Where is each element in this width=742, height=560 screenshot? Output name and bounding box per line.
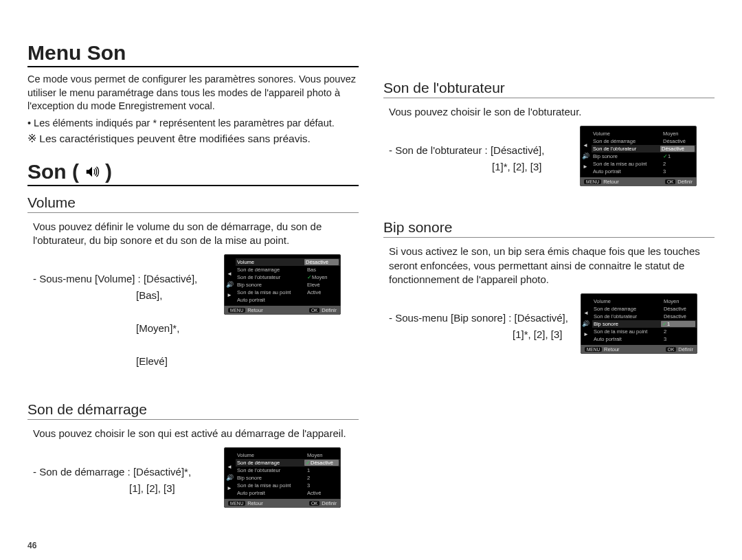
- options-obturateur: - Son de l'obturateur : [Désactivé], [1]…: [389, 126, 567, 192]
- lcd-val: Elevé: [305, 282, 339, 288]
- lcd-row-auto: Auto portrait: [593, 168, 661, 175]
- lcd-retour-label: Retour: [604, 346, 620, 352]
- lcd-val: Moyen: [662, 298, 695, 304]
- desc-volume: Vous pouvez définir le volume du son de …: [33, 220, 359, 248]
- lcd-row-volume: Volume: [237, 259, 304, 265]
- lcd-val: 2: [305, 475, 339, 481]
- lcd-row-demarrage: Son de démarrage: [237, 460, 304, 466]
- lcd-row-bip: Bip sonore: [237, 475, 305, 481]
- lcd-row-bip: Bip sonore: [237, 282, 305, 288]
- lcd-val: Bas: [305, 267, 339, 273]
- lcd-definir-label: Définir: [322, 307, 337, 313]
- bip-rule: [383, 237, 715, 238]
- opt-bip-2: [1]*, [2], [3]: [389, 326, 568, 343]
- lcd-ok-key: OK: [309, 501, 319, 506]
- options-volume: - Sous-menu [Volume] : [Désactivé], [Bas…: [33, 254, 212, 386]
- page-title-son: Son (: [27, 160, 79, 183]
- lcd-val: Désactivé: [660, 146, 695, 152]
- lcd-row-volume: Volume: [593, 131, 661, 137]
- lcd-nav-left-icon: ◄: [583, 142, 588, 148]
- intro-paragraph: Ce mode vous permet de configurer les pa…: [27, 73, 359, 113]
- lcd-menu-key: MENU: [584, 179, 601, 184]
- lcd-val: 3: [661, 168, 695, 175]
- lcd-row-demarrage: Son de démarrage: [593, 138, 661, 144]
- lcd-menu-key: MENU: [585, 347, 602, 352]
- lcd-definir-label: Définir: [322, 500, 337, 506]
- lcd-row-volume: Volume: [594, 298, 662, 304]
- lcd-row-auto: Auto portrait: [237, 490, 305, 496]
- lcd-val: Moyen: [305, 274, 339, 280]
- lcd-definir-label: Définir: [678, 346, 693, 352]
- desc-obturateur: Vous pouvez choisir le son de l'obturate…: [389, 105, 715, 119]
- son-rule: [27, 185, 359, 186]
- lcd-ok-key: OK: [665, 179, 675, 184]
- options-bip: - Sous-menu [Bip sonore] : [Désactivé], …: [389, 293, 568, 359]
- lcd-nav-left-icon: ◄: [227, 271, 232, 277]
- lcd-nav-left-icon: ◄: [583, 310, 589, 316]
- lcd-row-obturateur: Son de l'obturateur: [237, 467, 305, 473]
- lcd-val: 1: [305, 467, 339, 473]
- note-specs-change: ※ Les caractéristiques peuvent être modi…: [27, 133, 359, 145]
- lcd-retour-label: Retour: [603, 179, 619, 185]
- heading-bip: Bip sonore: [383, 219, 715, 236]
- opt-obturateur-1: - Son de l'obturateur : [Désactivé],: [389, 144, 544, 156]
- lcd-nav-right-icon: ►: [227, 485, 232, 491]
- lcd-val: Désactivé: [304, 259, 339, 265]
- page-title-menu-son: Menu Son: [27, 41, 359, 65]
- lcd-screenshot-obturateur: ◄ 🔊 ► VolumeMoyen Son de démarrageDésact…: [580, 126, 697, 186]
- lcd-val: Moyen: [305, 452, 339, 458]
- lcd-val: Désactivé: [304, 460, 339, 466]
- opt-obturateur-2: [1]*, [2], [3]: [389, 159, 567, 175]
- lcd-row-map: Son de la mise au point: [593, 161, 661, 167]
- lcd-retour-label: Retour: [247, 500, 263, 506]
- opt-volume-4: [Elevé]: [33, 353, 212, 370]
- lcd-nav-right-icon: ►: [583, 164, 588, 170]
- lcd-val: 3: [305, 482, 339, 489]
- lcd-speaker-icon: 🔊: [582, 320, 589, 327]
- lcd-val: 1: [661, 153, 695, 159]
- lcd-val: 3: [662, 336, 695, 342]
- lcd-nav-right-icon: ►: [227, 292, 232, 298]
- lcd-row-obturateur: Son de l'obturateur: [594, 313, 662, 320]
- opt-demarrage-1: - Son de démarrage : [Désactivé]*,: [33, 466, 191, 478]
- lcd-row-bip: Bip sonore: [593, 153, 661, 159]
- lcd-row-auto: Auto portrait: [237, 297, 305, 303]
- lcd-screenshot-demarrage: ◄ 🔊 ► VolumeMoyen Son de démarrageDésact…: [224, 447, 341, 508]
- lcd-row-volume: Volume: [237, 452, 305, 458]
- title-rule: [27, 66, 359, 67]
- lcd-val: Désactivé: [662, 306, 695, 312]
- lcd-row-map: Son de la mise au point: [594, 328, 662, 335]
- heading-demarrage: Son de démarrage: [27, 401, 359, 418]
- lcd-val: 1: [661, 321, 695, 327]
- opt-bip-1: - Sous-menu [Bip sonore] : [Désactivé],: [389, 312, 568, 324]
- lcd-val: Activé: [305, 490, 339, 496]
- volume-rule: [27, 212, 359, 213]
- opt-demarrage-2: [1], [2], [3]: [33, 480, 212, 497]
- lcd-row-demarrage: Son de démarrage: [594, 306, 662, 312]
- heading-volume: Volume: [27, 194, 359, 211]
- lcd-ok-key: OK: [666, 347, 676, 352]
- lcd-screenshot-volume: ◄ 🔊 ► VolumeDésactivé Son de démarrageBa…: [224, 254, 341, 315]
- lcd-row-demarrage: Son de démarrage: [237, 267, 305, 273]
- opt-volume-3: [Moyen]*,: [33, 320, 212, 337]
- page-number: 46: [27, 541, 36, 550]
- lcd-val: Activé: [305, 289, 339, 295]
- heading-obturateur: Son de l'obturateur: [383, 80, 715, 96]
- lcd-screenshot-bip: ◄ 🔊 ► VolumeMoyen Son de démarrageDésact…: [581, 293, 697, 354]
- lcd-menu-key: MENU: [228, 308, 245, 313]
- speaker-icon: [85, 164, 100, 179]
- page-title-son-close: ): [105, 160, 112, 183]
- lcd-nav-right-icon: ►: [583, 331, 589, 337]
- lcd-speaker-icon: 🔊: [226, 474, 234, 481]
- lcd-val: Désactivé: [662, 313, 695, 320]
- options-demarrage: - Son de démarrage : [Désactivé]*, [1], …: [33, 447, 212, 513]
- lcd-row-obturateur: Son de l'obturateur: [593, 146, 660, 152]
- lcd-row-auto: Auto portrait: [594, 336, 662, 342]
- lcd-val: 2: [661, 161, 695, 167]
- opt-volume-2: [Bas],: [33, 287, 212, 304]
- lcd-val: Désactivé: [661, 138, 695, 144]
- demarrage-rule: [27, 419, 359, 420]
- lcd-retour-label: Retour: [247, 307, 263, 313]
- lcd-menu-key: MENU: [228, 501, 245, 506]
- lcd-nav-left-icon: ◄: [227, 464, 232, 470]
